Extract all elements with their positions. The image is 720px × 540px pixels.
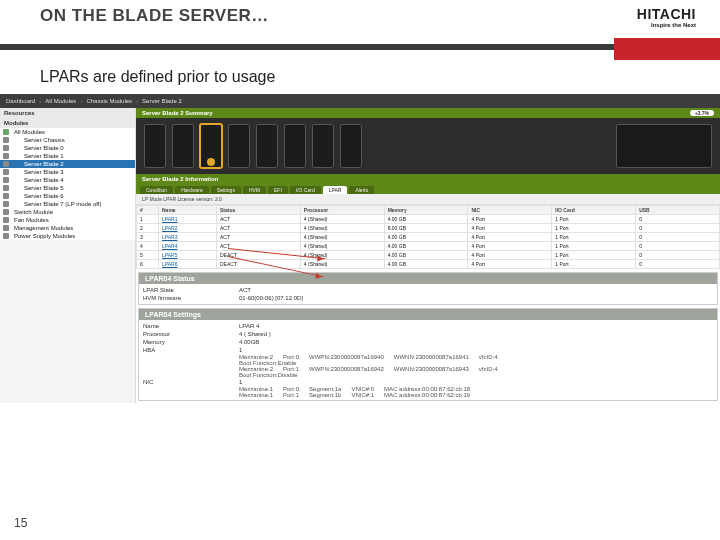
hba-label: HBA [143, 347, 239, 353]
cell: 4 [137, 242, 159, 251]
sidebar-item-1[interactable]: Server Chassis [0, 136, 135, 144]
blade-slot-2[interactable] [200, 124, 222, 168]
cell: 4 Port [468, 251, 552, 260]
firmware-label: HVM firmware [143, 295, 239, 301]
tab-hvm[interactable]: HVM [243, 186, 266, 194]
lpar-settings-panel: LPAR04 Settings NameLPAR 4 Processor4 ( … [138, 308, 718, 401]
table-row[interactable]: 4LPAR4ACT4 (Shared)4.00 GB4 Port1 Port0 [137, 242, 720, 251]
cell: 4.00 GB [384, 251, 468, 260]
status-panel-title: LPAR04 Status [139, 273, 717, 284]
sidebar-item-3[interactable]: Server Blade 1 [0, 152, 135, 160]
cell: 4 Port [468, 260, 552, 269]
lpar-link[interactable]: LPAR2 [159, 224, 217, 233]
brand-name: HITACHI [637, 6, 696, 22]
tab-settings[interactable]: Settings [211, 186, 241, 194]
sidebar-item-13[interactable]: Power Supply Modules [0, 232, 135, 240]
cell: 1 Port [552, 242, 636, 251]
lpar-link[interactable]: LPAR6 [159, 260, 217, 269]
blade-slot-4[interactable] [256, 124, 278, 168]
cell: 1 [137, 215, 159, 224]
col-header[interactable]: Status [217, 206, 301, 215]
tab-efi[interactable]: EFI [268, 186, 288, 194]
proc-value: 4 ( Shared ) [239, 331, 713, 337]
resource-sidebar: Resources Modules All ModulesServer Chas… [0, 108, 136, 403]
sidebar-item-7[interactable]: Server Blade 5 [0, 184, 135, 192]
cell: 4 (Shared) [300, 215, 384, 224]
crumb-2[interactable]: Chassis Modules [86, 98, 132, 104]
cell: ACT [217, 233, 301, 242]
sidebar-item-11[interactable]: Fan Modules [0, 216, 135, 224]
settings-panel-title: LPAR04 Settings [139, 309, 717, 320]
health-badge[interactable]: +3.7% [690, 110, 714, 116]
tab-condition[interactable]: Condition [140, 186, 173, 194]
accent-block [614, 38, 720, 60]
sidebar-item-9[interactable]: Server Blade 7 (LP mode off) [0, 200, 135, 208]
cell: 0 [636, 242, 720, 251]
table-row[interactable]: 2LPAR2ACT4 (Shared)8.00 GB4 Port1 Port0 [137, 224, 720, 233]
lpar-link[interactable]: LPAR5 [159, 251, 217, 260]
cell: 4 (Shared) [300, 260, 384, 269]
lpar-link[interactable]: LPAR3 [159, 233, 217, 242]
col-header[interactable]: Name [159, 206, 217, 215]
cell: 0 [636, 260, 720, 269]
blade-slot-0[interactable] [144, 124, 166, 168]
cell: 0 [636, 251, 720, 260]
tab-lpar[interactable]: LPAR [323, 186, 348, 194]
lpar-table: #NameStatusProcessorMemoryNICI/O CardUSB… [136, 205, 720, 269]
info-tabs: ConditionHardwareSettingsHVMEFII/O CardL… [136, 184, 720, 194]
name-value: LPAR 4 [239, 323, 713, 329]
crumb-3[interactable]: Server Blade 2 [142, 98, 182, 104]
proc-label: Processor [143, 331, 239, 337]
tab-alerts[interactable]: Alerts [349, 186, 374, 194]
table-row[interactable]: 5LPAR5DEACT4 (Shared)4.00 GB4 Port1 Port… [137, 251, 720, 260]
blade-slot-3[interactable] [228, 124, 250, 168]
sidebar-item-8[interactable]: Server Blade 6 [0, 192, 135, 200]
cell: 1 Port [552, 224, 636, 233]
col-header[interactable]: NIC [468, 206, 552, 215]
sidebar-item-4[interactable]: Server Blade 2 [0, 160, 135, 168]
cell: 1 Port [552, 251, 636, 260]
cell: 1 Port [552, 215, 636, 224]
table-row[interactable]: 3LPAR3ACT4 (Shared)4.00 GB4 Port1 Port0 [137, 233, 720, 242]
tab-hardware[interactable]: Hardware [175, 186, 209, 194]
cell: 0 [636, 233, 720, 242]
blade-slot-7[interactable] [340, 124, 362, 168]
chassis-diagram [136, 118, 720, 174]
cell: 4 Port [468, 233, 552, 242]
summary-bar: Server Blade 2 Summary +3.7% [136, 108, 720, 118]
table-row[interactable]: 6LPAR6DEACT4 (Shared)4.00 GB4 Port1 Port… [137, 260, 720, 269]
mem-label: Memory [143, 339, 239, 345]
lpar-link[interactable]: LPAR4 [159, 242, 217, 251]
slide-subtitle: LPARs are defined prior to usage [0, 50, 720, 94]
blade-slot-1[interactable] [172, 124, 194, 168]
cell: ACT [217, 224, 301, 233]
cell: 4.00 GB [384, 242, 468, 251]
sidebar-item-2[interactable]: Server Blade 0 [0, 144, 135, 152]
crumb-0[interactable]: Dashboard [6, 98, 35, 104]
nic-label: NIC [143, 379, 239, 385]
col-header[interactable]: USB [636, 206, 720, 215]
crumb-1[interactable]: All Modules [45, 98, 76, 104]
table-row[interactable]: 1LPAR1ACT4 (Shared)4.00 GB4 Port1 Port0 [137, 215, 720, 224]
sidebar-item-6[interactable]: Server Blade 4 [0, 176, 135, 184]
sidebar-item-10[interactable]: Switch Module [0, 208, 135, 216]
firmware-value: 01-60(00-06) [07.12.0D] [239, 295, 713, 301]
management-console: Dashboard› All Modules› Chassis Modules›… [0, 94, 720, 403]
brand-tagline: Inspire the Next [637, 22, 696, 28]
cell: 0 [636, 224, 720, 233]
col-header[interactable]: # [137, 206, 159, 215]
sidebar-item-12[interactable]: Management Modules [0, 224, 135, 232]
col-header[interactable]: Memory [384, 206, 468, 215]
tab-i-o-card[interactable]: I/O Card [290, 186, 321, 194]
col-header[interactable]: Processor [300, 206, 384, 215]
blade-slot-5[interactable] [284, 124, 306, 168]
col-header[interactable]: I/O Card [552, 206, 636, 215]
nic-line-2: Mezzanine:1Port:1Segment:1bVNIC#:1MAC ad… [143, 392, 713, 398]
sidebar-item-5[interactable]: Server Blade 3 [0, 168, 135, 176]
sidebar-item-0[interactable]: All Modules [0, 128, 135, 136]
warning-icon [207, 158, 215, 166]
lpar-link[interactable]: LPAR1 [159, 215, 217, 224]
cell: 4 Port [468, 242, 552, 251]
slide-title: ON THE BLADE SERVER… [40, 6, 269, 26]
blade-slot-6[interactable] [312, 124, 334, 168]
